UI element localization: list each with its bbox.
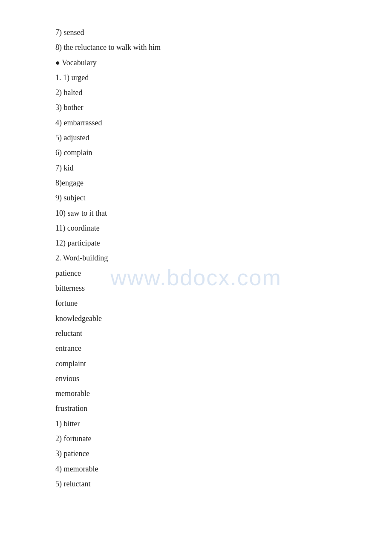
- list-item: 10) saw to it that: [55, 206, 358, 220]
- list-item: 8)engage: [55, 176, 358, 190]
- main-content: 7) sensed 8) the reluctance to walk with…: [0, 0, 392, 517]
- list-item: 4) embarrassed: [55, 116, 358, 130]
- list-item: 2. Word-building: [55, 251, 358, 265]
- list-item: complaint: [55, 357, 358, 371]
- list-item: 7) sensed: [55, 26, 358, 40]
- list-item: 2) halted: [55, 86, 358, 100]
- list-item: bitterness: [55, 281, 358, 295]
- list-item: 7) kid: [55, 161, 358, 175]
- list-item: 2) fortunate: [55, 432, 358, 446]
- list-item: 9) subject: [55, 191, 358, 205]
- list-item: ● Vocabulary: [55, 56, 358, 70]
- list-item: entrance: [55, 341, 358, 356]
- list-item: 5) reluctant: [55, 477, 358, 491]
- list-item: 5) adjusted: [55, 131, 358, 145]
- list-item: patience: [55, 266, 358, 280]
- list-item: 8) the reluctance to walk with him: [55, 40, 358, 55]
- list-item: memorable: [55, 387, 358, 401]
- list-item: 11) coordinate: [55, 221, 358, 235]
- list-item: 4) memorable: [55, 462, 358, 476]
- list-item: knowledgeable: [55, 312, 358, 326]
- list-item: 6) complain: [55, 146, 358, 160]
- list-item: 3) patience: [55, 447, 358, 461]
- list-item: 1) bitter: [55, 417, 358, 431]
- list-item: fortune: [55, 296, 358, 310]
- list-item: 3) bother: [55, 101, 358, 115]
- list-item: frustration: [55, 402, 358, 416]
- list-item: envious: [55, 372, 358, 386]
- list-item: reluctant: [55, 327, 358, 341]
- list-item: 12) participate: [55, 236, 358, 250]
- list-item: 1. 1) urged: [55, 71, 358, 85]
